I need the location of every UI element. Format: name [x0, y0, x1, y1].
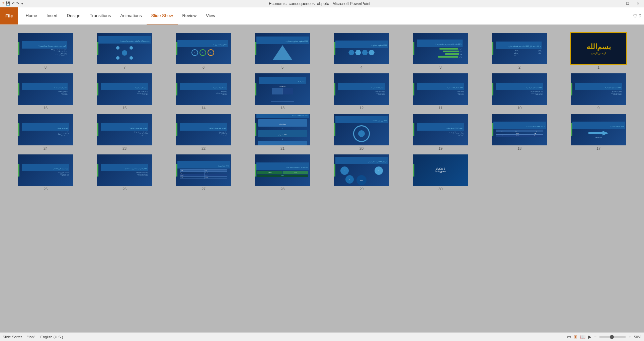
slide-item[interactable]: ۳. هدف‌سازی تحراف از IFRS • اهمیت آن در …: [561, 73, 636, 110]
slide-item[interactable]: با تشکر از حضور شما 30: [403, 154, 478, 191]
slide-item[interactable]: ۱. منافع و مخارج پیاده‌سازی IFRS 5: [245, 33, 320, 69]
tab-view[interactable]: View: [201, 7, 220, 24]
zoom-slider[interactable]: [599, 336, 626, 338]
slide-thumb: کاهش و هزینه سرمایه با افزایش؟ • جهانی م…: [97, 114, 152, 145]
slide-number: 16: [44, 106, 48, 110]
slide-number: 7: [124, 65, 126, 69]
slide-item[interactable]: ۴. پیچیدگی‌ها جدول اطلاعات 13: [245, 73, 320, 110]
slide-number: 6: [203, 65, 205, 69]
slideshow-view-icon[interactable]: ▶: [588, 334, 591, 339]
slide-item[interactable]: ۷. نائید عقده قانونی مورد نیاز و پیارتها…: [8, 33, 83, 69]
zoom-level: 50%: [634, 335, 641, 339]
close-button[interactable]: ✕: [633, 1, 643, 7]
slide-item[interactable]: محدودیت‌های اجرای IFRS برای اولین بار مش…: [245, 154, 320, 191]
reading-view-icon[interactable]: 📖: [580, 334, 585, 339]
slide-number: 12: [359, 106, 364, 110]
ribbon: File Home Insert Design Transitions Anim…: [0, 7, 644, 25]
tab-slideshow[interactable]: Slide Show: [147, 7, 178, 24]
slide-item[interactable]: پیامدهای پیاده سازی IFRS در ایران ردیف م…: [482, 114, 557, 150]
slide-thumb: کاهش هزینه سرمایه • ۱ از تعداد ۱ اقدام •…: [18, 114, 73, 145]
tab-transitions[interactable]: Transitions: [85, 7, 115, 24]
save-icon[interactable]: 💾: [6, 1, 10, 6]
slide-item[interactable]: پیامدهای پیاده‌سازی IFRS پیاده سازی IFRS…: [561, 114, 636, 150]
slide-item[interactable]: ۱. منافع و مخارج IFRS 4: [324, 33, 399, 69]
customize-icon[interactable]: ▼: [20, 2, 24, 5]
help-icon[interactable]: ♡: [633, 13, 637, 19]
zoom-out-button[interactable]: −: [594, 334, 597, 339]
slide-item[interactable]: ۵. عینیت کنترل‌ها و تدوین • محتوا و مفاد…: [166, 73, 241, 110]
zoom-in-button[interactable]: +: [629, 334, 631, 339]
slide-thumb: واکنش سرمایه گذاران به استفاده از IFRS •…: [97, 154, 152, 186]
slide-item[interactable]: پذیرش اختیاری IFRS یا الزامی؟ • سکی است …: [403, 114, 478, 150]
slide-number: 2: [518, 65, 520, 69]
maximize-button[interactable]: ❐: [623, 1, 633, 7]
slide-item[interactable]: ۱۷. کاهش هزینه سرمایه • توضیحات و اطلاعا…: [8, 73, 83, 110]
slide-item[interactable]: ۷ نکته با اهمیت برای پیاده‌سازی IFRS آمو…: [403, 33, 478, 69]
slide-item[interactable]: ۱. مقاره مقاله ساماریز و هزینه ساماریزی …: [87, 33, 162, 69]
locale-label: English (U.S.): [41, 335, 63, 339]
zoom-thumb: [610, 335, 614, 339]
slide-thumb: ۶. ضرورت الزامی قوی • مراتب تقانونی IFRS…: [97, 73, 152, 105]
slide-item[interactable]: گذار کشورها IFRS کشور سال اروپا ۲۰۰۵: [166, 154, 241, 191]
slide-thumb: ۱. منافع و مخارج پیاده‌سازی IFRS: [255, 33, 310, 64]
file-tab[interactable]: File: [0, 7, 18, 24]
slide-number: 29: [359, 187, 364, 191]
slide-number: 18: [517, 146, 521, 150]
slide-number: 30: [438, 187, 442, 191]
slide-thumb: ۱. منافع و مخارج IFRS: [334, 33, 389, 64]
account-icon[interactable]: ?: [639, 13, 641, 19]
quick-access-toolbar: P 💾 ↶ ↷ ▼: [1, 1, 24, 6]
slide-item[interactable]: ۳. هدف سازی تحراف از IFRS • برای مثال AS…: [482, 73, 557, 110]
slide-number: 11: [438, 106, 442, 110]
ribbon-tabs: Home Insert Design Transitions Animation…: [18, 7, 630, 24]
slide-thumb: گذار کشورها IFRS کشور سال اروپا ۲۰۰۵: [176, 154, 231, 186]
slide-number: 28: [280, 187, 285, 191]
undo-icon[interactable]: ↶: [12, 1, 15, 6]
slide-number: 23: [123, 146, 127, 150]
slide-thumb: ۱. مقاره مقاله ساماریز و هزینه ساماریزی: [97, 33, 152, 64]
slide-thumb: بهبود کیفیت اطلاعات در نتیجه کیفیت گزارش…: [255, 114, 310, 145]
slide-item[interactable]: ۶. ضرورت الزامی قوی • مراتب تقانونی IFRS…: [87, 73, 162, 110]
slide-number: 9: [597, 106, 599, 110]
slide-item[interactable]: کاهش و هزینه سرمایه با افزایش؟ • بازار س…: [166, 114, 241, 150]
slide-thumb: ۱. مخارج پیاده‌سازی ۱ ۲ ۳: [176, 33, 231, 64]
tab-animations[interactable]: Animations: [115, 7, 146, 24]
slide-thumb: ۵. عینیت کنترل‌ها و تدوین • محتوا و مفاد…: [176, 73, 231, 105]
slide-item[interactable]: ۴. پیچیدگی‌ها اجتناب پذیر IFRS • نظر کار…: [403, 73, 478, 110]
slide-number: 13: [280, 106, 285, 110]
slide-thumb: ۷. نائید عقده قانونی مورد نیاز و پیارتها…: [18, 33, 73, 64]
minimize-button[interactable]: —: [613, 1, 623, 7]
slide-item[interactable]: کاهش هزینه سرمایه • ۱ از تعداد ۱ اقدام •…: [8, 114, 83, 150]
slide-thumb: کیفیت بهبود نگاران اطلاعاتی • تحقیقات نش…: [18, 154, 73, 186]
slide-thumb: ۱۷. کاهش هزینه سرمایه • توضیحات و اطلاعا…: [18, 73, 73, 105]
status-right: ▭ ⊞ 📖 ▶ − + 50%: [567, 334, 641, 339]
tab-home[interactable]: Home: [21, 7, 42, 24]
slide-number: 8: [45, 65, 47, 69]
slide-sorter-icon[interactable]: ⊞: [574, 334, 577, 339]
slide-item[interactable]: بهبود کیفیت اطلاعات در نتیجه کیفیت گزارش…: [245, 114, 320, 150]
slide-item[interactable]: فرآیند انتقال پذیرش IFRS در ایران ۱ ۲ ۳: [324, 154, 399, 191]
slide-thumb: ۴. پیچیدگی‌ها اجتناب پذیر IFRS • نظر کار…: [413, 73, 468, 105]
slide-item[interactable]: کاهش و هزینه سرمایه با افزایش؟ • جهانی م…: [87, 114, 162, 150]
app-icon: P: [1, 1, 4, 6]
slide-thumb: ۷ نکته با اهمیت برای پیاده‌سازی IFRS آمو…: [413, 33, 468, 64]
slide-thumb: ۴. پیچیدگی‌ها جدول اطلاعات: [255, 73, 310, 105]
slide-number: 26: [123, 187, 127, 191]
redo-icon[interactable]: ↷: [16, 1, 19, 6]
tab-insert[interactable]: Insert: [42, 7, 62, 24]
normal-view-icon[interactable]: ▭: [567, 334, 571, 339]
slide-thumb: پذیرش اختیاری IFRS یا الزامی؟ • سکی است …: [413, 114, 468, 145]
slide-item-selected[interactable]: بسم‌الله الرحمن الرحیم 1: [561, 33, 636, 69]
slide-item[interactable]: بهبود کیفیت اطلاعات IFRS 20: [324, 114, 399, 150]
slide-item[interactable]: پیامدهای اقتصادی سازی IFRS و پایان های ب…: [482, 33, 557, 69]
slide-item[interactable]: ۱. مخارج پیاده‌سازی ۱ ۲ ۳: [166, 33, 241, 69]
slide-thumb: کاهش و هزینه سرمایه با افزایش؟ • بازار س…: [176, 114, 231, 145]
slide-number: 25: [44, 187, 48, 191]
tab-design[interactable]: Design: [62, 7, 85, 24]
slide-item[interactable]: واکنش سرمایه گذاران به استفاده از IFRS •…: [87, 154, 162, 191]
slide-number: 17: [596, 146, 600, 150]
tab-review[interactable]: Review: [178, 7, 202, 24]
slide-item[interactable]: ۴. پیچیدگی‌ها اجتناب‌پذیر • توانایی دست …: [324, 73, 399, 110]
slide-item[interactable]: کیفیت بهبود نگاران اطلاعاتی • تحقیقات نش…: [8, 154, 83, 191]
slide-number: 19: [438, 146, 442, 150]
